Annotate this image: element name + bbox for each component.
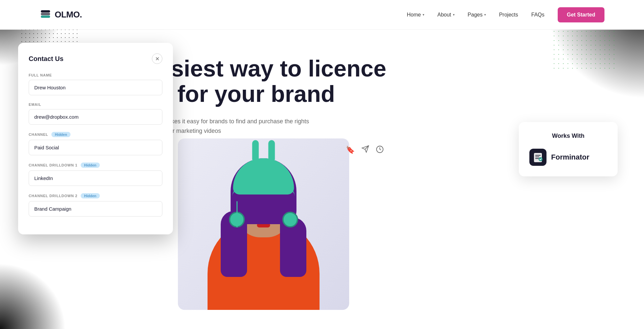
hat-ear-left [252,140,259,160]
works-with-item: Forminator [529,149,607,166]
contact-modal: Contact Us ✕ FULL NAME EMAIL CHANNEL Hid… [18,43,173,234]
channel-drilldown1-input[interactable] [29,170,162,186]
channel-input[interactable] [29,140,162,155]
clock-icon[interactable] [376,145,384,155]
nav-links: Home ▾ About ▾ Pages ▾ Projects FAQs Get… [407,7,604,22]
svg-rect-2 [41,10,50,13]
forminator-icon [529,149,546,166]
forminator-name: Forminator [551,153,589,162]
channel-drilldown1-hidden-badge: Hidden [81,163,99,168]
channel-drilldown2-hidden-badge: Hidden [81,193,99,198]
channel-drilldown1-field: CHANNEL DRILLDOWN 1 Hidden [29,163,162,186]
svg-rect-0 [41,15,50,18]
toolbar-overlay: 🔖 [346,145,384,155]
works-with-card: Works With Forminator [519,122,618,176]
modal-close-button[interactable]: ✕ [152,53,162,64]
nav-about[interactable]: About ▾ [437,12,455,18]
channel-drilldown2-input[interactable] [29,201,162,217]
channel-drilldown2-field: CHANNEL DRILLDOWN 2 Hidden [29,193,162,217]
person-art [178,138,349,310]
logo-text: OLMO. [55,10,82,20]
pages-arrow: ▾ [484,13,486,16]
channel-hidden-badge: Hidden [51,132,70,137]
modal-header: Contact Us ✕ [29,53,162,64]
full-name-label: FULL NAME [29,73,52,77]
email-input[interactable] [29,109,162,125]
channel-drilldown1-label: CHANNEL DRILLDOWN 1 [29,163,77,167]
channel-drilldown2-label: CHANNEL DRILLDOWN 2 [29,194,77,198]
full-name-field: FULL NAME [29,73,162,95]
headphone-cord-left [237,201,238,227]
hat-ear-right [268,140,275,160]
svg-rect-1 [41,13,50,15]
headphone-band [232,188,295,196]
email-label: EMAIL [29,103,41,106]
logo-icon [40,9,51,21]
nav-faqs[interactable]: FAQs [531,12,545,18]
about-arrow: ▾ [453,13,455,16]
hero-title: asiest way to licence c for your brand [158,56,389,107]
hero-subtitle: e makes it easy for brands to find and p… [158,117,329,136]
nav-projects[interactable]: Projects [499,12,518,18]
bookmark-icon[interactable]: 🔖 [346,146,355,154]
nav-home[interactable]: Home ▾ [407,12,424,18]
home-arrow: ▾ [423,13,424,16]
send-icon[interactable] [361,145,369,155]
headphone-right [282,212,298,227]
hero-image-area [178,138,349,310]
email-field: EMAIL [29,103,162,125]
get-started-button[interactable]: Get Started [558,7,604,22]
nav-pages[interactable]: Pages ▾ [468,12,486,18]
logo[interactable]: OLMO. [40,9,82,21]
works-with-title: Works With [529,133,607,139]
modal-title: Contact Us [29,55,64,63]
full-name-input[interactable] [29,80,162,95]
channel-label: CHANNEL [29,133,48,136]
navbar: OLMO. Home ▾ About ▾ Pages ▾ Projects FA… [0,0,644,30]
channel-field: CHANNEL Hidden [29,132,162,155]
